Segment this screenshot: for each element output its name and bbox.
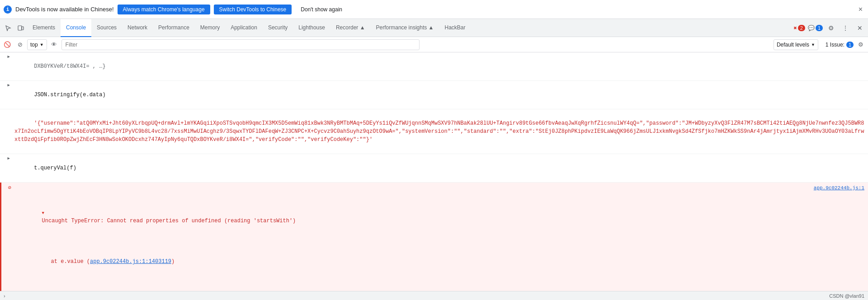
context-selector[interactable]: top ▼ (27, 39, 47, 50)
issue-label: 1 Issue: (826, 42, 844, 48)
cursor-icon (5, 25, 11, 31)
issue-badge: 1 Issue: 1 (826, 42, 854, 48)
console-row-dxb: DXB0YKVeR/t8WX4I= , …} (0, 52, 868, 81)
error-source-link[interactable]: app.9c02244b.js:1 (812, 183, 868, 192)
tab-hackbar[interactable]: HackBar (439, 19, 471, 37)
row-content: t.queryVal(f) (13, 155, 868, 181)
notification-message: DevTools is now available in Chinese! (15, 6, 114, 13)
tab-performance-insights[interactable]: Performance insights ▲ (371, 19, 439, 37)
switch-chinese-button[interactable]: Switch DevTools to Chinese (214, 5, 292, 14)
eye-button[interactable]: 👁 (49, 39, 60, 50)
tab-sources[interactable]: Sources (91, 19, 122, 37)
console-prompt: › (4, 293, 5, 299)
error-count-badge: 2 (798, 25, 805, 31)
svg-rect-1 (22, 27, 24, 30)
console-output: DXB0YKVeR/t8WX4I= , …} JSON.stringify(e.… (0, 52, 868, 291)
default-levels-label: Default levels (777, 42, 809, 48)
match-language-button[interactable]: Always match Chrome's language (118, 5, 210, 14)
error-link-1[interactable]: app.9c02244b.js:1:1403119 (90, 258, 171, 265)
row-content: '{"username":"atQ0MYxMi+Jht60yXLrbqpUQ+d… (13, 110, 868, 153)
filter-input[interactable] (61, 39, 420, 50)
status-text: CSDN @vlan91 (829, 293, 864, 299)
inspect-element-button[interactable] (2, 22, 14, 34)
row-content: Uncaught TypeError: Cannot read properti… (14, 183, 812, 291)
console-row-json-data: '{"username":"atQ0MYxMi+Jht60yXLrbqpUQ+d… (0, 109, 868, 154)
status-bar-right: CSDN @vlan91 (829, 293, 864, 299)
tab-bar-right: ✖ 2 💬 1 ⚙ ⋮ ✕ (794, 22, 866, 34)
console-row-tqueryval-f: t.queryVal(f) (0, 154, 868, 183)
warning-count-badge: 1 (816, 25, 823, 31)
row-content: JSON.stringify(e.data) (13, 82, 868, 108)
row-content: DXB0YKVeR/t8WX4I= , …} (13, 53, 868, 80)
device-icon (18, 25, 24, 31)
notification-bar: i DevTools is now available in Chinese! … (0, 0, 868, 19)
notification-close-button[interactable]: × (857, 4, 864, 15)
expand-arrow[interactable] (8, 54, 10, 59)
context-label: top (30, 42, 38, 48)
close-devtools-button[interactable]: ✕ (854, 22, 866, 34)
tab-security[interactable]: Security (263, 19, 293, 37)
issue-settings-button[interactable]: ⚙ (855, 39, 866, 50)
status-bar: › CSDN @vlan91 (0, 291, 868, 300)
issue-count: 1 (846, 42, 854, 48)
collapse-arrow[interactable] (42, 211, 44, 216)
tab-console[interactable]: Console (61, 19, 91, 37)
tab-recorder[interactable]: Recorder ▲ (330, 19, 371, 37)
console-row-error: ⊘ Uncaught TypeError: Cannot read proper… (0, 183, 868, 291)
settings-button[interactable]: ⚙ (825, 22, 837, 34)
info-icon: i (4, 5, 12, 14)
console-row-json-stringify: JSON.stringify(e.data) (0, 81, 868, 109)
warning-icon: 💬 (808, 25, 815, 31)
chevron-down-icon: ▼ (40, 42, 44, 47)
console-toolbar: 🚫 ⊘ top ▼ 👁 Default levels ▼ 1 Issue: 1 … (0, 37, 868, 52)
console-settings-button[interactable]: ⊘ (14, 39, 25, 50)
error-icon: ✖ (794, 25, 797, 31)
clear-console-button[interactable]: 🚫 (2, 39, 13, 50)
badge-area: ✖ 2 💬 1 (794, 25, 823, 31)
tab-elements[interactable]: Elements (27, 19, 61, 37)
error-icon: ⊘ (8, 184, 11, 191)
expand-arrow[interactable] (8, 156, 10, 161)
dont-show-button[interactable]: Don't show again (295, 5, 348, 14)
more-button[interactable]: ⋮ (839, 22, 852, 34)
default-levels-dropdown[interactable]: Default levels ▼ (774, 39, 818, 50)
expand-arrow[interactable] (8, 83, 10, 88)
tab-network[interactable]: Network (122, 19, 153, 37)
svg-rect-0 (18, 26, 22, 30)
tab-memory[interactable]: Memory (195, 19, 225, 37)
tab-lighthouse[interactable]: Lighthouse (293, 19, 330, 37)
tab-bar: Elements Console Sources Network Perform… (0, 19, 868, 37)
tab-application[interactable]: Application (225, 19, 263, 37)
tab-performance[interactable]: Performance (153, 19, 195, 37)
device-toolbar-button[interactable] (14, 22, 27, 34)
chevron-down-icon: ▼ (811, 42, 815, 47)
